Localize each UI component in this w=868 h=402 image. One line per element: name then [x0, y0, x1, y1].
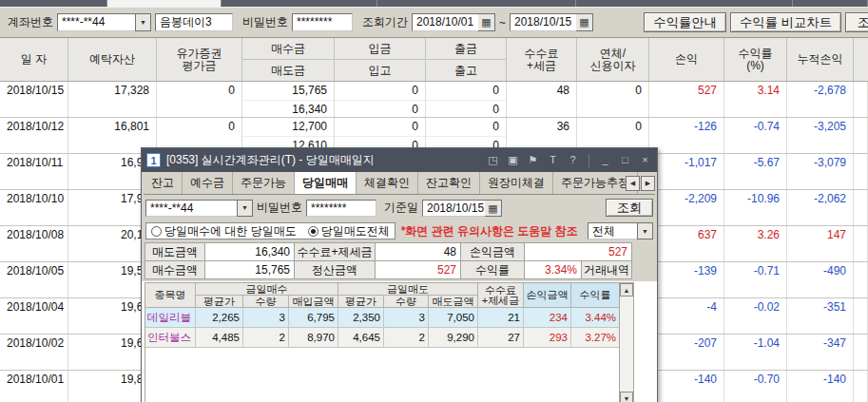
password-field[interactable]: ********	[292, 13, 353, 31]
dialog-tab-5[interactable]: 잔고확인	[418, 172, 480, 194]
base-date-picker[interactable]: 2018/10/15 ▦	[422, 200, 502, 217]
radio-sell-all[interactable]: 당일매도전체	[308, 223, 390, 239]
cell-assets: 17,328	[68, 82, 157, 117]
dialog-query-button[interactable]: 조회	[606, 199, 653, 217]
base-date-label: 기준일	[384, 200, 418, 216]
font-icon[interactable]: T	[546, 153, 560, 167]
daily-trade-table-header: 종목명 금일매수 평균가 수량 매입금액 금일매도 평균가 수량	[145, 283, 619, 308]
window-number-badge: 1	[146, 153, 161, 167]
cell-sell_avg: 2,350	[338, 308, 384, 328]
chevron-down-icon[interactable]: ▼	[237, 200, 253, 217]
cell-date: 2018/10/02	[0, 335, 68, 370]
cell-date: 2018/10/01	[0, 371, 68, 402]
date-to-picker[interactable]: 2018/10/15 ▦	[510, 13, 593, 31]
dialog-tab-2[interactable]: 주문가능	[233, 172, 295, 194]
top-tab-segment[interactable]	[576, 0, 793, 7]
table-row[interactable]: 인터불스4,48528,9704,64529,290272933.27%	[145, 328, 619, 348]
header-sell-avg: 평균가	[338, 296, 384, 308]
dialog-account-value[interactable]: ****-**44	[145, 200, 237, 217]
scroll-down-icon[interactable]: ▼	[620, 392, 633, 402]
header-pl: 손익	[649, 38, 724, 81]
account-alias-field[interactable]: 음봉데이3	[155, 13, 233, 31]
cell-filler	[854, 226, 868, 261]
cell-rate: -5.67	[724, 154, 787, 189]
base-date-value[interactable]: 2018/10/15	[422, 200, 485, 217]
filter-select[interactable]: 전체 ▼	[588, 222, 653, 239]
date-to-value[interactable]: 2018/10/15	[510, 13, 576, 31]
dialog-tab-6[interactable]: 원장미체결	[480, 172, 553, 194]
cell-date: 2018/10/12	[0, 118, 68, 153]
cell-pl: -4	[649, 298, 724, 334]
tab-scroll-left-icon[interactable]: ◀	[626, 176, 640, 191]
cell-rate: -0.74	[724, 118, 787, 153]
password-label: 비밀번호	[242, 14, 288, 30]
close-icon[interactable]: ×	[638, 153, 652, 167]
scroll-up-icon[interactable]: ▲	[620, 283, 633, 297]
pin-icon[interactable]: ⚑	[526, 153, 540, 167]
cell-sell_qty: 2	[384, 328, 429, 348]
account-number-select[interactable]: ****-**44 ▼	[57, 13, 151, 31]
daily-trade-table-main: 종목명 금일매수 평균가 수량 매입금액 금일매도 평균가 수량	[145, 283, 619, 402]
radio-buy-sell[interactable]: 당일매수에 대한 당일매도	[151, 223, 297, 239]
top-tab-segment-active[interactable]	[107, 0, 222, 7]
top-tab-segment[interactable]	[222, 0, 377, 7]
calendar-icon[interactable]: ▦	[576, 13, 593, 31]
cell-date: 2018/10/10	[0, 190, 68, 225]
pl-amount-label: 손익금액	[461, 243, 525, 261]
cell-date: 2018/10/11	[0, 154, 68, 189]
cell-int: 0	[577, 82, 649, 117]
top-tab-segment[interactable]	[793, 0, 868, 7]
calendar-icon[interactable]: ▦	[478, 13, 495, 31]
help-icon[interactable]: ?	[566, 153, 580, 167]
top-tab-segment[interactable]	[0, 0, 107, 7]
cell-pl: 637	[649, 226, 724, 261]
rate-label: 수익률	[461, 261, 525, 279]
chevron-down-icon[interactable]: ▼	[135, 13, 151, 31]
header-pl: 손익금액	[524, 283, 571, 308]
radio-group: 당일매수에 대한 당일매도 당일매도전체	[145, 222, 395, 239]
minimize-icon[interactable]: _	[598, 153, 612, 167]
buy-amount-value: 15,765	[205, 261, 295, 279]
cell-filler	[854, 335, 868, 370]
filter-value[interactable]: 전체	[588, 222, 637, 239]
radio-on-icon[interactable]	[308, 226, 318, 237]
history-button[interactable]: 거래내역	[582, 261, 632, 279]
popup-window-icon[interactable]: ◳	[486, 153, 500, 167]
dialog-account-select[interactable]: ****-**44 ▼	[145, 200, 253, 217]
table-row[interactable]: 데일리블2,26536,7952,35037,050212343.44%	[145, 308, 619, 328]
chevron-down-icon[interactable]: ▼	[637, 222, 653, 239]
header-sell-amt: 매도금액	[429, 296, 478, 308]
dialog-titlebar[interactable]: 1 [0353] 실시간계좌관리(T) - 당일매매일지 ◳ ▣ ⚑ T ? │…	[142, 148, 657, 172]
dialog-radio-row: 당일매수에 대한 당일매도 당일매도전체 *화면 관련 유의사항은 도움말 참조…	[142, 220, 657, 241]
cell-filler	[854, 371, 868, 402]
cell-name: 데일리블	[145, 308, 196, 328]
dialog-tab-0[interactable]: 잔고	[144, 172, 183, 194]
header-fee: 수수료 +제세금	[478, 283, 524, 308]
dialog-tab-4[interactable]: 체결확인	[357, 172, 418, 194]
dialog-tab-1[interactable]: 예수금	[183, 172, 233, 194]
maximize-icon[interactable]: □	[618, 153, 632, 167]
header-buy-sell: 매수금매도금	[242, 38, 335, 81]
cell-wd: 00	[426, 82, 507, 117]
cell-fee: 21	[478, 308, 524, 328]
date-from-picker[interactable]: 2018/10/01 ▦	[412, 13, 495, 31]
profit-compare-button[interactable]: 수익률 비교차트	[730, 12, 841, 32]
calendar-icon[interactable]: ▦	[485, 200, 502, 217]
query-button[interactable]: 조회	[845, 12, 868, 32]
account-number-label: 계좌번호	[8, 14, 53, 30]
dialog-password-field[interactable]: ********	[306, 200, 376, 217]
vertical-scrollbar[interactable]: ▲ ▼	[619, 283, 633, 402]
profit-guide-button[interactable]: 수익률안내	[644, 12, 726, 32]
date-from-value[interactable]: 2018/10/01	[412, 13, 478, 31]
cascade-icon[interactable]: ▣	[506, 153, 520, 167]
dialog-tabs: 잔고예수금주문가능당일매매체결확인잔고확인원장미체결주문가능추정	[144, 172, 624, 194]
dialog-tab-3[interactable]: 당일매매	[295, 172, 357, 194]
account-number-value[interactable]: ****-**44	[57, 13, 135, 31]
summary-grid: 매도금액 16,340 수수료+제세금 48 손익금액 527 매수금액 15,…	[145, 242, 632, 279]
tab-scroll-right-icon[interactable]: ▶	[641, 176, 655, 191]
top-tab-segment[interactable]	[377, 0, 576, 7]
cell-pl: -139	[649, 262, 724, 297]
radio-off-icon[interactable]	[151, 226, 162, 237]
header-fee: 수수료 +세금	[507, 38, 577, 81]
table-row[interactable]: 2018/10/1517,328015,76516,34000004805273…	[0, 82, 868, 118]
